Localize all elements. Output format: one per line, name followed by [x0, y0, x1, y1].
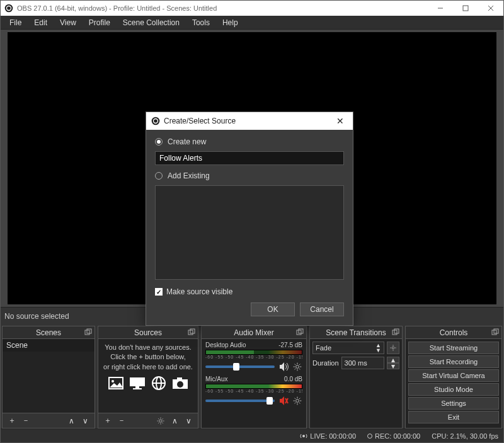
close-button[interactable] [478, 1, 503, 16]
ch-level: -27.5 dB [278, 342, 302, 348]
start-streaming-button[interactable]: Start Streaming [408, 342, 499, 354]
scene-item[interactable]: Scene [3, 339, 94, 352]
menubar: File Edit View Profile Scene Collection … [1, 16, 503, 30]
meter-ticks: -60 -55 -50 -45 -40 -35 -30 -25 -20 -15 … [205, 389, 302, 393]
create-new-radio-row[interactable]: Create new [155, 137, 344, 146]
menu-view[interactable]: View [54, 17, 83, 28]
sources-footer: ＋ － ∧ ∨ [98, 413, 198, 428]
remove-source-button[interactable]: － [115, 415, 129, 427]
scenes-header: Scenes [3, 326, 94, 339]
create-new-label: Create new [168, 137, 206, 146]
controls-header: Controls [406, 326, 501, 339]
transitions-title: Scene Transitions [326, 328, 386, 337]
transitions-header: Scene Transitions [310, 326, 402, 339]
source-down-button[interactable]: ∨ [181, 415, 195, 427]
make-visible-label: Make source visible [166, 287, 232, 296]
sources-list[interactable]: You don't have any sources. Click the + … [98, 339, 198, 413]
popout-icon[interactable] [188, 328, 195, 336]
svg-point-27 [177, 381, 183, 388]
scenes-title: Scenes [36, 328, 61, 337]
source-name-input[interactable] [155, 151, 344, 165]
svg-point-9 [154, 119, 158, 123]
menu-help[interactable]: Help [216, 17, 244, 28]
studio-mode-button[interactable]: Studio Mode [408, 383, 499, 396]
window-title: OBS 27.0.1 (64-bit, windows) - Profile: … [17, 4, 217, 12]
add-existing-radio-row[interactable]: Add Existing [155, 171, 344, 180]
add-scene-button[interactable]: ＋ [5, 415, 19, 427]
controls-dock: Controls Start Streaming Start Recording… [405, 326, 502, 429]
meter-ticks: -60 -55 -50 -45 -40 -35 -30 -25 -20 -15 … [205, 355, 302, 359]
broadcast-icon [300, 432, 307, 440]
dialog-titlebar: Create/Select Source ✕ [146, 112, 353, 130]
svg-point-34 [296, 400, 299, 403]
maximize-button[interactable] [453, 1, 478, 16]
display-icon [129, 376, 146, 391]
speaker-muted-icon[interactable] [278, 396, 289, 406]
gear-icon [389, 344, 397, 352]
duration-input[interactable] [341, 357, 384, 369]
ch-level: 0.0 dB [284, 376, 302, 383]
scenes-footer: ＋ － ∧ ∨ [3, 413, 94, 428]
source-up-button[interactable]: ∧ [168, 415, 181, 427]
add-existing-label: Add Existing [168, 171, 210, 180]
exit-button[interactable]: Exit [408, 411, 499, 423]
menu-profile[interactable]: Profile [83, 17, 117, 28]
ok-button[interactable]: OK [251, 302, 295, 316]
dialog-title: Create/Select Source [164, 117, 236, 125]
checkbox-icon: ✓ [155, 288, 163, 296]
globe-icon [150, 376, 168, 391]
scene-down-button[interactable]: ∨ [78, 415, 92, 427]
start-recording-button[interactable]: Start Recording [408, 355, 499, 368]
dialog-close-button[interactable]: ✕ [333, 116, 348, 126]
scene-up-button[interactable]: ∧ [64, 415, 78, 427]
controls-title: Controls [440, 328, 468, 337]
svg-point-2 [7, 6, 11, 10]
cancel-button[interactable]: Cancel [300, 302, 344, 316]
sources-header: Sources [98, 326, 198, 339]
menu-tools[interactable]: Tools [186, 17, 216, 28]
rec-dot-icon [367, 434, 372, 439]
gear-icon[interactable] [292, 396, 302, 406]
scenes-dock: Scenes Scene ＋ － ∧ ∨ [2, 326, 95, 429]
popout-icon[interactable] [84, 328, 92, 336]
gear-icon[interactable] [292, 362, 302, 372]
transition-settings-button[interactable] [387, 342, 399, 354]
duration-down-button[interactable]: ▾ [387, 363, 399, 369]
status-cpu: CPU: 2.1%, 30.00 fps [432, 432, 498, 440]
existing-sources-list[interactable] [155, 185, 344, 280]
svg-point-40 [302, 435, 305, 437]
transitions-body: Fade▲▼ Duration ▴ ▾ [310, 339, 402, 428]
settings-button[interactable]: Settings [408, 397, 499, 410]
make-visible-checkbox-row[interactable]: ✓ Make source visible [155, 287, 344, 296]
volume-slider[interactable] [205, 400, 275, 402]
source-settings-button[interactable] [154, 415, 168, 427]
svg-point-37 [392, 347, 394, 349]
status-rec: REC: 00:00:00 [367, 432, 420, 440]
menu-scene-collection[interactable]: Scene Collection [117, 17, 186, 28]
duration-label: Duration [312, 359, 339, 367]
camera-icon [171, 376, 189, 391]
mixer-title: Audio Mixer [234, 328, 273, 337]
remove-scene-button[interactable]: － [19, 415, 33, 427]
popout-icon[interactable] [392, 328, 399, 336]
obs-logo-icon [151, 117, 160, 125]
mixer-channel-desktop: Desktop Audio-27.5 dB -60 -55 -50 -45 -4… [202, 339, 306, 373]
minimize-button[interactable] [428, 1, 453, 16]
volume-slider[interactable] [205, 365, 275, 368]
chevron-updown-icon: ▲▼ [375, 343, 381, 353]
transition-select[interactable]: Fade▲▼ [312, 342, 384, 354]
add-source-button[interactable]: ＋ [101, 415, 115, 427]
popout-icon[interactable] [296, 328, 304, 336]
speaker-icon[interactable] [278, 362, 289, 372]
svg-point-28 [159, 419, 162, 422]
menu-edit[interactable]: Edit [28, 17, 54, 28]
start-virtual-camera-button[interactable]: Start Virtual Camera [408, 369, 499, 382]
popout-icon[interactable] [491, 328, 499, 336]
scenes-list[interactable]: Scene [3, 339, 94, 413]
vu-meter [205, 384, 302, 389]
mixer-header: Audio Mixer [202, 326, 306, 339]
svg-rect-19 [130, 377, 145, 386]
menu-file[interactable]: File [3, 17, 28, 28]
titlebar: OBS 27.0.1 (64-bit, windows) - Profile: … [1, 1, 503, 16]
statusbar: LIVE: 00:00:00 REC: 00:00:00 CPU: 2.1%, … [1, 429, 503, 442]
